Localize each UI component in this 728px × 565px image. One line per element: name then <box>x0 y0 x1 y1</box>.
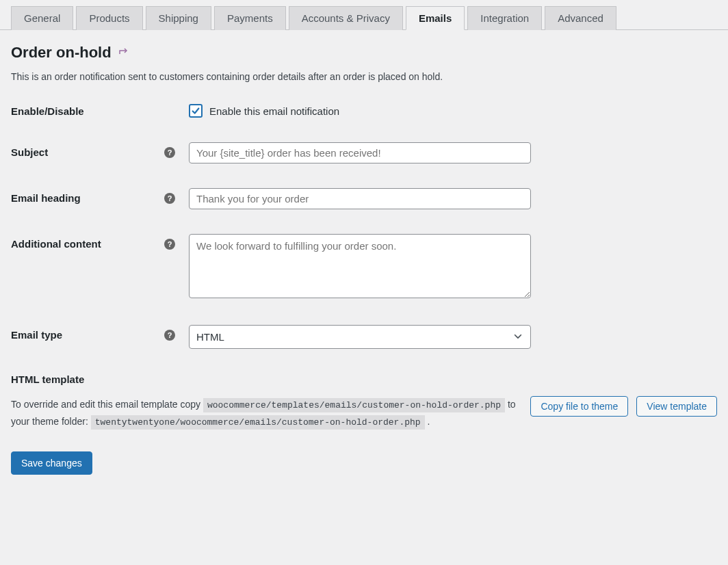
save-changes-button[interactable]: Save changes <box>11 451 92 475</box>
help-icon[interactable]: ? <box>164 330 175 341</box>
page-title-text: Order on-hold <box>11 44 112 62</box>
row-email-heading: Email heading ? <box>11 188 717 209</box>
settings-content: Order on-hold This is an order notificat… <box>0 30 728 488</box>
enable-checkbox[interactable] <box>189 104 203 118</box>
template-section: To override and edit this email template… <box>11 396 717 431</box>
email-heading-input[interactable] <box>189 188 531 209</box>
label-email-type: Email type <box>11 329 164 341</box>
row-email-type: Email type ? HTML <box>11 325 717 349</box>
label-subject: Subject <box>11 146 164 158</box>
tab-accounts-privacy[interactable]: Accounts & Privacy <box>289 6 403 30</box>
copy-file-button[interactable]: Copy file to theme <box>530 396 628 417</box>
row-enable-disable: Enable/Disable Enable this email notific… <box>11 101 717 118</box>
label-enable-disable: Enable/Disable <box>11 105 175 117</box>
help-icon[interactable]: ? <box>164 239 175 250</box>
label-email-heading: Email heading <box>11 192 164 204</box>
enable-checkbox-label: Enable this email notification <box>209 105 339 117</box>
view-template-button[interactable]: View template <box>636 396 717 417</box>
template-instructions: To override and edit this email template… <box>11 396 517 431</box>
subject-input[interactable] <box>189 142 531 163</box>
settings-form: Enable/Disable Enable this email notific… <box>11 101 717 349</box>
tab-advanced[interactable]: Advanced <box>545 6 616 30</box>
tab-emails[interactable]: Emails <box>406 6 465 30</box>
tab-general[interactable]: General <box>11 6 73 30</box>
label-additional-content: Additional content <box>11 238 164 250</box>
html-template-heading: HTML template <box>11 373 717 385</box>
row-subject: Subject ? <box>11 142 717 163</box>
help-icon[interactable]: ? <box>164 147 175 158</box>
template-source-path: woocommerce/templates/emails/customer-on… <box>203 398 505 412</box>
page-title: Order on-hold <box>11 44 717 62</box>
back-link-icon[interactable] <box>118 47 129 59</box>
tab-integration[interactable]: Integration <box>467 6 542 30</box>
template-dest-path: twentytwentyone/woocommerce/emails/custo… <box>91 415 425 430</box>
email-type-select[interactable]: HTML <box>189 325 531 349</box>
tab-products[interactable]: Products <box>76 6 142 30</box>
additional-content-textarea[interactable]: We look forward to fulfilling your order… <box>189 234 531 298</box>
help-icon[interactable]: ? <box>164 193 175 204</box>
row-additional-content: Additional content ? We look forward to … <box>11 234 717 300</box>
settings-tabs: General Products Shipping Payments Accou… <box>0 0 728 30</box>
tab-shipping[interactable]: Shipping <box>146 6 211 30</box>
tab-payments[interactable]: Payments <box>214 6 286 30</box>
page-description: This is an order notification sent to cu… <box>11 71 717 82</box>
